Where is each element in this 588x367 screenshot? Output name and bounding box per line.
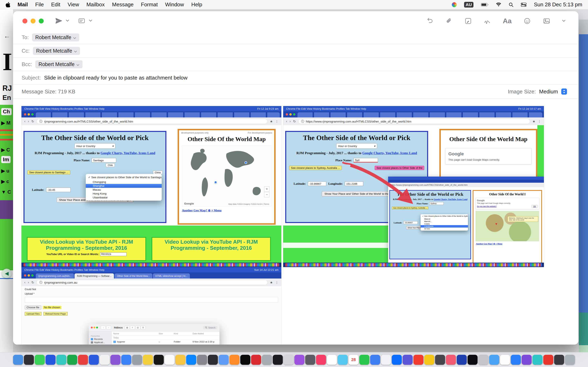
- dock-icon-app-12[interactable]: [132, 355, 142, 365]
- close-button[interactable]: [22, 18, 27, 24]
- menu-file[interactable]: File: [35, 1, 44, 8]
- chevron-down-icon[interactable]: [66, 19, 69, 23]
- chevron-down-icon[interactable]: [74, 48, 77, 54]
- dock-icon-app-47[interactable]: [511, 355, 521, 365]
- chevron-down-icon[interactable]: [562, 19, 565, 23]
- dock-icon-app-29[interactable]: [316, 355, 326, 365]
- dock-icon-app-33[interactable]: [359, 355, 369, 365]
- emoji-icon[interactable]: [523, 17, 531, 25]
- dock-icon-app-15[interactable]: [164, 355, 174, 365]
- dock-icon-app-36[interactable]: [392, 355, 402, 365]
- dock-icon-app-19[interactable]: [208, 355, 218, 365]
- dock-icon-app-48[interactable]: [522, 355, 532, 365]
- dock-icon-app-06[interactable]: [67, 355, 77, 365]
- send-button[interactable]: [55, 17, 63, 25]
- menu-mail[interactable]: Mail: [17, 1, 28, 8]
- dock-icon-chrome[interactable]: [370, 355, 380, 365]
- dock-icon-app-09[interactable]: [100, 355, 110, 365]
- dock-icon-app-43[interactable]: [467, 355, 477, 365]
- dock-icon-app-40[interactable]: [435, 355, 445, 365]
- dock-icon-app-10[interactable]: [111, 355, 121, 365]
- menu-message[interactable]: Message: [112, 1, 134, 8]
- dock-icon-netflix[interactable]: [251, 355, 261, 365]
- attach-icon[interactable]: [445, 17, 453, 25]
- signature-icon[interactable]: [484, 17, 491, 25]
- dock-icon-app-11[interactable]: [121, 355, 131, 365]
- dock-icon-app-17[interactable]: [186, 355, 196, 365]
- image-size-stepper[interactable]: [561, 89, 567, 95]
- background-window-edge: [0, 278, 13, 352]
- dock-icon-opera[interactable]: [543, 355, 553, 365]
- dock-icon-app-24[interactable]: [262, 355, 272, 365]
- chevron-down-icon[interactable]: [73, 34, 76, 40]
- dock-icon-app-45[interactable]: [489, 355, 499, 365]
- search-icon[interactable]: [509, 2, 513, 7]
- menu-help[interactable]: Help: [191, 1, 202, 8]
- zoom-button[interactable]: [39, 18, 44, 24]
- chevron-down-icon[interactable]: [89, 19, 92, 23]
- dock-icon-app-13[interactable]: [143, 355, 153, 365]
- dock-icon-app-38[interactable]: [414, 355, 424, 365]
- markup-icon[interactable]: [465, 17, 472, 25]
- format-button[interactable]: Aa: [503, 17, 512, 25]
- apple-icon[interactable]: [6, 2, 10, 7]
- dock-icon-app-46[interactable]: [500, 355, 510, 365]
- dock-icon-app-04[interactable]: [45, 355, 56, 365]
- dock-icon-app-25[interactable]: [273, 355, 283, 365]
- dock-icon-app-07[interactable]: [78, 355, 88, 365]
- message-body[interactable]: Chrome File Edit View History Bookmarks …: [13, 99, 579, 345]
- dock-icon-app-18[interactable]: [197, 355, 207, 365]
- menubar-clock[interactable]: Sun 28 Dec 5:13 pm: [534, 1, 582, 8]
- to-recipient-token[interactable]: Robert Metcalfe: [32, 33, 79, 42]
- image-size-value[interactable]: Medium: [539, 89, 558, 95]
- chevron-down-icon[interactable]: [77, 61, 79, 67]
- background-text-fragment: En: [2, 94, 11, 101]
- dock-icon-app-02[interactable]: [24, 355, 34, 365]
- wifi-icon[interactable]: [496, 3, 501, 7]
- dock-icon-app-41[interactable]: [446, 355, 456, 365]
- dock-icon-app-35[interactable]: [381, 355, 391, 365]
- dock-icon-calendar[interactable]: 28: [348, 355, 359, 365]
- dock-icon-app-28[interactable]: [305, 355, 315, 365]
- menu-window[interactable]: Window: [165, 1, 184, 8]
- menu-mailbox[interactable]: Mailbox: [86, 1, 105, 8]
- dock-icon-app-30[interactable]: [327, 355, 337, 365]
- dock-icon-podcasts[interactable]: [294, 355, 304, 365]
- dock-icon-trash[interactable]: [565, 355, 575, 365]
- dock-icon-firefox[interactable]: [229, 355, 240, 365]
- menu-format[interactable]: Format: [141, 1, 158, 8]
- dock-icon-app-03[interactable]: [35, 355, 45, 365]
- undo-icon[interactable]: [426, 17, 433, 25]
- subject-input[interactable]: Slide in clipboard ready for you to past…: [44, 75, 187, 81]
- dock-icon-app-44[interactable]: [478, 355, 488, 365]
- dock-icon-app-31[interactable]: [338, 355, 348, 365]
- minimize-button[interactable]: [31, 18, 35, 24]
- bcc-recipient-token[interactable]: Robert Metcalfe: [35, 60, 82, 68]
- dock-icon-app-49[interactable]: [532, 355, 543, 365]
- menu-extra-icon[interactable]: [452, 2, 457, 7]
- dock-icon-app-16[interactable]: [175, 355, 185, 365]
- battery-icon[interactable]: [481, 3, 489, 7]
- input-source-badge[interactable]: AU: [464, 2, 474, 8]
- control-center-icon[interactable]: [521, 3, 527, 7]
- dock-icon-app-14[interactable]: [154, 355, 164, 365]
- dock-icon-app-42[interactable]: [457, 355, 467, 365]
- dock-icon-app-39[interactable]: [424, 355, 434, 365]
- subject-row: Subject: Slide in clipboard ready for yo…: [13, 71, 579, 85]
- photos-icon[interactable]: [543, 17, 550, 25]
- menu-view[interactable]: View: [68, 1, 79, 8]
- background-text-fragment: ▼ C: [1, 189, 13, 195]
- dock-icon-app-05[interactable]: [56, 355, 66, 365]
- cc-recipient-token[interactable]: Robert Metcalfe: [33, 47, 80, 55]
- dock-icon-app-51[interactable]: [554, 355, 564, 365]
- menu-edit[interactable]: Edit: [51, 1, 60, 8]
- dock-icon-app-20[interactable]: [219, 355, 229, 365]
- finder-title: htdocs: [114, 326, 123, 329]
- dock-icon-finder[interactable]: [13, 355, 23, 365]
- closest-places-menu: ✓ See closest places to Other Side of th…: [421, 214, 468, 231]
- dock-icon-tv[interactable]: [240, 355, 250, 365]
- dock-icon-app-08[interactable]: [89, 355, 99, 365]
- dock-icon-app-26[interactable]: [284, 355, 294, 365]
- header-fields-button[interactable]: [78, 17, 86, 25]
- dock-icon-app-37[interactable]: [403, 355, 413, 365]
